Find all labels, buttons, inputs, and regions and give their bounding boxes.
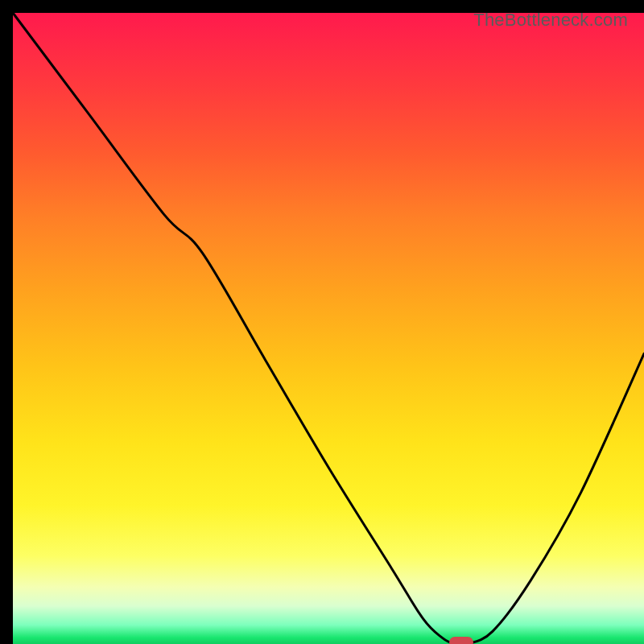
bottleneck-curve [13, 13, 644, 644]
sweet-spot-marker [449, 637, 473, 644]
watermark-text: TheBottleneck.com [473, 10, 628, 31]
chart-frame: TheBottleneck.com [0, 0, 644, 644]
